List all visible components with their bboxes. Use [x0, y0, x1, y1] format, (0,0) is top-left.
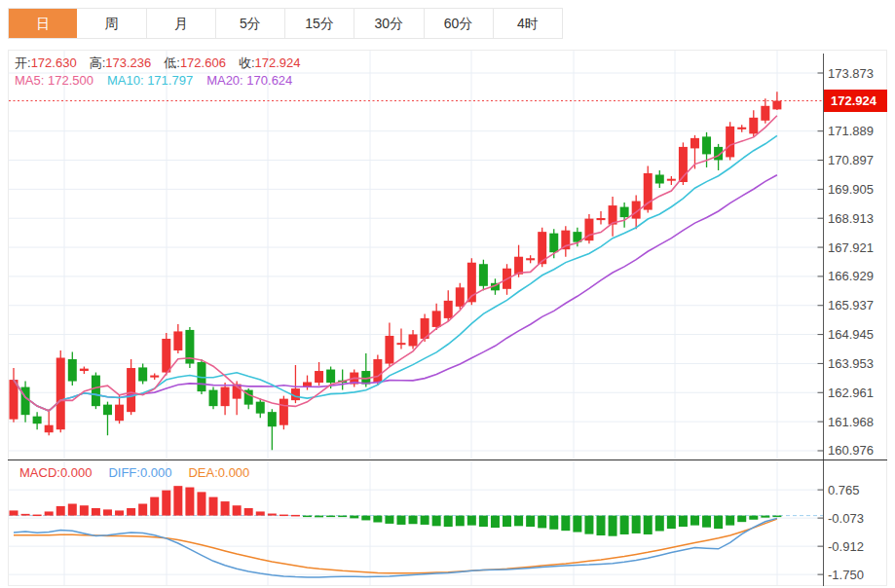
- axis-tick-label: 165.937: [828, 298, 874, 312]
- macd-bar: [373, 516, 382, 523]
- axis-tick-label: 164.945: [828, 327, 874, 342]
- candle-body: [162, 339, 170, 373]
- candle-body: [56, 358, 65, 430]
- candle-body: [597, 218, 606, 220]
- macd-bar: [749, 516, 758, 520]
- macd-bar: [197, 492, 205, 515]
- axis-tick-label: 163.953: [828, 356, 874, 371]
- macd-bar: [315, 516, 323, 518]
- axis-tick-label: 168.913: [828, 211, 874, 226]
- candle-body: [221, 387, 230, 407]
- candle-body: [655, 174, 664, 183]
- axis-tick-label: 169.905: [828, 182, 874, 197]
- candle-body: [737, 128, 746, 129]
- dea-value: DEA:0.000: [188, 465, 249, 480]
- tab-4hour[interactable]: 4时: [494, 9, 562, 38]
- close-value: 172.924: [255, 55, 301, 70]
- ohlc-readout: 开:172.630高:173.236低:172.606收:172.924: [15, 55, 314, 72]
- axis-labels: 173.873171.889170.897169.905168.913167.9…: [828, 66, 874, 582]
- macd-bar: [491, 516, 500, 528]
- macd-bar: [361, 516, 370, 521]
- ma20-value: MA20: 170.624: [206, 73, 292, 88]
- macd-bar: [679, 516, 688, 527]
- macd-bar: [221, 501, 230, 516]
- macd-bar: [514, 516, 523, 527]
- ma-readout: MA5: 172.500MA10: 171.797MA20: 170.624: [15, 73, 292, 88]
- macd-value: MACD:0.000: [19, 465, 92, 480]
- candle-body: [80, 369, 89, 371]
- candle-body: [138, 367, 147, 381]
- tab-month[interactable]: 月: [147, 9, 216, 38]
- macd-bar: [385, 516, 393, 524]
- macd-bar: [56, 506, 65, 516]
- macd-bar: [162, 491, 170, 516]
- tab-week[interactable]: 周: [77, 9, 146, 38]
- macd-bar: [526, 516, 535, 527]
- macd-bar: [326, 516, 335, 518]
- candle-body: [749, 118, 758, 134]
- candle-body: [396, 343, 405, 345]
- macd-bar: [667, 516, 676, 529]
- candle-body: [280, 399, 288, 425]
- ma10-value: MA10: 171.797: [107, 73, 193, 88]
- candle-body: [409, 334, 418, 346]
- macd-bar: [268, 514, 277, 516]
- macd-bar: [92, 508, 100, 516]
- macd-bar: [737, 516, 746, 523]
- candle-body: [549, 234, 558, 253]
- axis-tick-label: 170.897: [828, 153, 874, 167]
- tab-30min[interactable]: 30分: [354, 9, 424, 38]
- macd-bar: [103, 509, 112, 515]
- macd-bar: [702, 516, 711, 528]
- candle-body: [150, 376, 159, 378]
- axis-tick-label: 161.968: [828, 415, 874, 429]
- macd-bar: [584, 516, 593, 534]
- macd-bar: [620, 516, 629, 534]
- candle-body: [92, 376, 100, 407]
- macd-bar: [609, 516, 617, 536]
- candle-body: [432, 311, 441, 327]
- macd-bar: [597, 516, 606, 535]
- candle-body: [21, 387, 30, 416]
- chart-canvas[interactable]: 173.873171.889170.897169.905168.913167.9…: [0, 0, 895, 588]
- macd-bar: [233, 505, 242, 515]
- axis-tick-label: 0.765: [828, 483, 860, 497]
- macd-bar: [444, 516, 453, 527]
- axis-tick-label: -0.912: [828, 539, 864, 554]
- macd-bar: [80, 505, 89, 515]
- axis-tick-label: 173.873: [828, 66, 874, 81]
- macd-bar: [561, 516, 570, 532]
- candle-body: [702, 136, 711, 154]
- axis-tick-label: 162.961: [828, 386, 874, 400]
- candle-body: [68, 359, 77, 382]
- low-value: 172.606: [180, 55, 226, 70]
- candle-body: [690, 138, 699, 149]
- macd-bar: [115, 510, 124, 515]
- macd-bar: [244, 508, 253, 516]
- macd-bar: [644, 516, 653, 534]
- tab-15min[interactable]: 15分: [285, 9, 354, 38]
- macd-bar: [573, 516, 581, 533]
- macd-bar: [68, 503, 77, 515]
- candle-body: [526, 258, 535, 260]
- open-label: 开:: [15, 55, 31, 70]
- axis-tick-label: -0.073: [828, 511, 864, 526]
- macd-bar: [690, 516, 699, 526]
- macd-bar: [303, 516, 312, 518]
- macd-bar: [632, 516, 641, 533]
- macd-bar: [173, 486, 182, 515]
- tab-5min[interactable]: 5分: [216, 9, 285, 38]
- candle-body: [761, 106, 769, 121]
- tab-60min[interactable]: 60分: [425, 9, 494, 38]
- candle-body: [315, 371, 323, 383]
- low-label: 低:: [164, 55, 180, 70]
- candle-body: [373, 359, 382, 383]
- tab-day[interactable]: 日: [9, 9, 77, 38]
- axis-tick-label: 171.889: [828, 124, 874, 138]
- close-label: 收:: [239, 55, 255, 70]
- macd-bar: [503, 516, 511, 527]
- candle-body: [772, 101, 781, 110]
- timeframe-tabbar: 日 周 月 5分 15分 30分 60分 4时: [8, 8, 563, 39]
- high-value: 173.236: [105, 55, 151, 70]
- candle-body: [514, 257, 523, 275]
